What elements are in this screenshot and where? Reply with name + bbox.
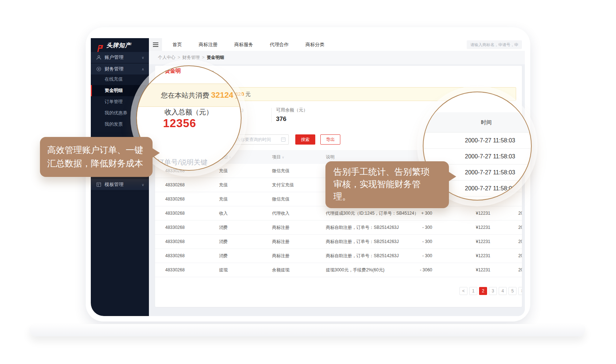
time: 2000-7-27 11:58:03	[518, 249, 522, 263]
item: 代理收入	[272, 206, 289, 220]
table-row: 48330268 提现 余额提现 提现3000元，手续费2%(60元) - 30…	[155, 263, 522, 277]
tooltip-text: 审核，实现智能财务管	[333, 178, 441, 190]
sort-caret-icon: ∨	[229, 155, 231, 159]
tooltip-text: 理。	[333, 190, 441, 203]
col-item-header[interactable]: 项目∨	[272, 150, 284, 164]
time: 2000-7-27 11:58:03	[518, 221, 522, 234]
search-button[interactable]: 搜索	[295, 134, 315, 145]
page-button-4[interactable]: 4	[499, 287, 507, 295]
nav-item-tm-service[interactable]: 商标服务	[226, 41, 262, 48]
balance: ¥12231	[449, 206, 490, 220]
order-no: 48330268	[165, 263, 185, 277]
table-row: 48330268 消费 商标注册 商标自助注册，订单号：SB2514263J -…	[155, 221, 522, 235]
type: 消费	[219, 249, 228, 263]
balance: ¥12231	[449, 221, 490, 234]
order-no: 48330268	[165, 178, 185, 192]
page-button-1[interactable]: 1	[469, 287, 477, 295]
template-grid-icon	[96, 182, 101, 187]
stat-divider	[271, 108, 272, 122]
balance: ¥12231	[449, 249, 490, 263]
balance-label: 可用余额（元）	[276, 107, 308, 113]
laptop-base	[29, 324, 585, 336]
breadcrumb-current: 资金明细	[207, 55, 224, 60]
chevron-down-icon: ∨	[142, 183, 144, 187]
desc: 商标自助注册，订单号：SB2514263J	[326, 235, 399, 248]
amount: - 300	[391, 235, 432, 248]
table-row: 48330268 收入 代理收入 代理提成300元（ID:1245，订单号：SB…	[155, 206, 522, 221]
trademark-search-input[interactable]	[467, 40, 522, 49]
time: 2000-7-27 11:58:03	[518, 263, 522, 277]
amount: - 300	[391, 221, 432, 234]
sidebar-item-label: 模板管理	[105, 181, 123, 188]
chevron-down-icon: ∨	[142, 56, 144, 60]
finance-coin-icon	[96, 66, 101, 72]
item: 余额提现	[272, 263, 289, 277]
pagination: < 1 2 3 4 5 >	[459, 287, 522, 295]
sidebar-item-recharge[interactable]: 在线充值	[91, 74, 149, 85]
brand-flag-icon	[96, 45, 104, 53]
item: 商标注册	[272, 249, 289, 263]
next-page-button[interactable]: >	[518, 287, 522, 295]
balance: ¥12231	[449, 235, 490, 248]
order-no: 48330268	[165, 221, 185, 234]
table-row: 48330268 消费 商标注册 商标自助注册，订单号：SB2514263J -…	[155, 235, 522, 249]
order-no: 48330268	[165, 192, 185, 206]
type: 消费	[219, 221, 228, 234]
magnified-banner-text: 您在本站共消费	[161, 92, 209, 99]
chevron-up-icon: ∧	[142, 67, 144, 71]
breadcrumb-part[interactable]: 个人中心	[158, 55, 175, 60]
type: 充值	[219, 178, 228, 192]
tooltip-text: 告别手工统计、告别繁琐	[333, 166, 441, 178]
breadcrumb-separator: >	[178, 55, 180, 60]
nav-item-tm-register[interactable]: 商标注册	[190, 41, 226, 48]
user-icon	[96, 55, 101, 60]
nav-item-agency[interactable]: 代理合作	[262, 41, 297, 48]
tooltip-arrow-right-icon	[448, 171, 461, 182]
sort-caret-icon: ∨	[282, 155, 284, 159]
page-button-2-active[interactable]: 2	[479, 287, 487, 295]
magnified-banner: 您在本站共消费32124大	[136, 84, 242, 107]
breadcrumb-part[interactable]: 财务管理	[182, 55, 200, 60]
sidebar-item-finance[interactable]: 财务管理 ∧	[91, 64, 149, 74]
table-row: 48330268 消费 商标注册 商标自助注册，订单号：SB2514263J -…	[155, 249, 522, 263]
page-button-5[interactable]: 5	[508, 287, 516, 295]
nav-item-home[interactable]: 首页	[164, 41, 190, 48]
order-no: 48330268	[165, 249, 185, 263]
order-no: 48330268	[165, 235, 185, 248]
sidebar-item-fund-detail[interactable]: 资金明细	[91, 85, 149, 96]
magnified-time-cell: 2000-7-27 11:58:03	[423, 133, 532, 149]
balance-value: 376	[276, 116, 286, 123]
sidebar-item-template[interactable]: 模板管理 ∨	[91, 179, 149, 190]
magnified-time-header: 时间	[423, 112, 532, 133]
hamburger-menu-icon[interactable]	[149, 38, 162, 51]
nav-menu: 首页 商标注册 商标服务 代理合作 商标分类	[164, 38, 333, 51]
item: 商标注册	[272, 235, 289, 248]
desc: 提现3000元，手续费2%(60元)	[326, 263, 384, 277]
item: 商标注册	[272, 221, 289, 234]
item: 微信充值	[272, 164, 289, 178]
time: 2000-7-27 11:58:03	[518, 206, 522, 220]
type: 提现	[219, 263, 228, 277]
page-button-3[interactable]: 3	[489, 287, 497, 295]
sidebar-item-label: 财务管理	[105, 66, 123, 72]
tooltip-left: 高效管理账户订单、一键 汇总数据，降低财务成本	[40, 137, 153, 177]
type: 充值	[219, 164, 228, 178]
sidebar-item-account[interactable]: 账户管理 ∨	[91, 52, 149, 63]
time: 2000-7-27 11:58:03	[518, 235, 522, 248]
prev-page-button[interactable]: <	[459, 287, 467, 295]
magnified-banner-amount: 32124	[211, 90, 233, 100]
balance: ¥12231	[449, 263, 490, 277]
calendar-icon[interactable]	[281, 137, 285, 142]
logo-title: 头牌知产	[106, 42, 131, 48]
order-no: 48330268	[165, 206, 185, 220]
tooltip-text: 汇总数据，降低财务成本	[47, 157, 145, 170]
tooltip-arrow-right-icon	[152, 148, 165, 158]
type: 充值	[219, 192, 228, 206]
nav-item-tm-category[interactable]: 商标分类	[297, 41, 333, 48]
item: 微信充值	[272, 192, 289, 206]
amount: + 300	[391, 206, 432, 220]
item: 支付宝充值	[272, 178, 294, 192]
magnified-income-label: 收入总额（元）	[165, 108, 213, 117]
amount: - 300	[391, 249, 432, 263]
export-button[interactable]: 导出	[320, 134, 340, 145]
